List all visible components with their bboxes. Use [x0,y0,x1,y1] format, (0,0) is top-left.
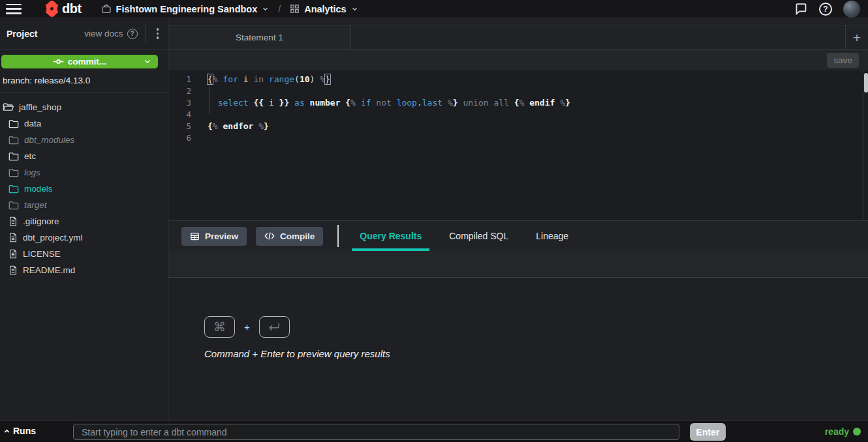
file-icon [8,216,18,226]
folder-icon [8,119,19,128]
results-tab-compiled-sql[interactable]: Compiled SQL [441,221,516,251]
kebab-menu-icon[interactable] [153,25,163,42]
status-bar: Runs Enter ready [0,420,868,442]
tree-item-data[interactable]: data [0,115,168,132]
view-docs-link[interactable]: view docs ? [84,29,137,39]
code-area[interactable]: {% for i in range(10) %} select {{ i }} … [202,70,868,220]
chevron-down-icon [262,5,269,12]
chat-icon[interactable] [794,2,808,16]
plus-separator: + [244,321,250,332]
new-tab-button[interactable]: + [845,25,868,49]
branch-label: branch: release/4.13.0 [0,68,168,85]
brand-name: dbt [62,1,82,16]
runs-toggle[interactable]: Runs [3,426,36,436]
hamburger-menu-icon[interactable] [6,4,22,14]
results-tabs: Query ResultsCompiled SQLLineage [352,221,588,251]
avatar[interactable] [843,1,860,18]
compile-button[interactable]: Compile [256,227,323,246]
file-icon [8,249,18,259]
breadcrumb-separator: / [278,4,281,14]
project-selector[interactable]: Analytics [290,4,358,14]
line-number-gutter: 123456 [168,70,202,220]
preview-button[interactable]: Preview [181,227,247,246]
folder-icon [8,136,19,145]
command-input[interactable] [73,424,679,440]
view-docs-label: view docs [84,29,123,38]
tree-item-label: .gitignore [23,216,59,226]
commit-label: commit... [68,57,106,66]
tree-item-label: etc [24,151,36,161]
code-icon [264,231,275,241]
project-name: Analytics [304,4,346,14]
file-icon [8,233,18,243]
main-panel: Statement 1 + save 123456 {% for i in ra… [168,18,868,420]
results-toolbar: Preview Compile Query ResultsCompiled SQ… [168,220,868,251]
help-circle-icon: ? [127,29,138,39]
tree-item-label: README.md [23,265,75,275]
tree-item-label: dbt_project.yml [23,233,83,243]
tree-item-target[interactable]: target [0,197,168,213]
tree-item-logs[interactable]: logs [0,164,168,181]
editor-tab-bar: Statement 1 + [168,18,868,50]
tree-item-models[interactable]: models [0,181,168,197]
line-number: 3 [168,97,191,109]
tree-item-label: LICENSE [23,249,61,259]
results-content: ⌘ + Command + Enter to preview query res… [168,278,868,420]
editor-scrollbar[interactable] [863,70,868,220]
git-commit-icon [53,57,64,66]
code-line-2 [208,85,868,97]
tree-item-dbt_project.yml[interactable]: dbt_project.yml [0,229,168,246]
preview-label: Preview [205,231,238,241]
save-button[interactable]: save [827,53,859,68]
compile-label: Compile [280,231,315,241]
results-tab-query-results[interactable]: Query Results [352,221,429,251]
editor-scrollbar-thumb[interactable] [864,73,868,93]
command-key-icon: ⌘ [204,316,235,338]
tree-item-jaffle_shop[interactable]: jaffle_shop [0,99,168,115]
folder-icon [8,201,19,210]
enter-key-icon [259,316,290,338]
code-line-5: {% endfor %} [208,121,868,132]
help-icon[interactable]: ? [819,3,832,16]
enter-button[interactable]: Enter [690,423,726,441]
line-number: 2 [168,85,191,97]
org-selector[interactable]: Fishtown Engineering Sandbox [101,4,270,14]
header-divider [146,24,146,44]
folder-icon [8,168,19,177]
grid-icon [290,4,300,14]
dbt-logo[interactable]: dbt [44,1,82,17]
tree-item-.gitignore[interactable]: .gitignore [0,213,168,229]
tree-item-etc[interactable]: etc [0,148,168,164]
code-line-1: {% for i in range(10) %} [208,74,868,85]
connection-status: ready [825,426,861,437]
status-label: ready [825,426,849,437]
briefcase-icon [101,4,112,14]
tree-item-label: logs [24,168,40,177]
folder-icon [8,152,19,161]
tree-item-label: models [24,184,53,194]
tree-item-LICENSE[interactable]: LICENSE [0,246,168,262]
table-icon [190,231,200,241]
line-number: 4 [168,109,191,121]
chevron-down-icon [144,57,151,67]
results-tab-lineage[interactable]: Lineage [528,221,576,251]
tab-statement-1[interactable]: Statement 1 [168,25,351,49]
tree-item-label: dbt_modules [24,135,74,145]
chevron-down-icon [351,5,358,12]
code-editor[interactable]: 123456 {% for i in range(10) %} select {… [168,70,868,220]
file-icon [8,265,18,275]
dbt-cloud-ide: dbt Fishtown Engineering Sandbox / Analy… [0,0,868,442]
tree-item-README.md[interactable]: README.md [0,262,168,278]
commit-button[interactable]: commit... [1,55,158,68]
sidebar: Project view docs ? commit... [0,18,168,420]
results-subheader [168,251,868,278]
shortcut-hint: Command + Enter to preview query results [204,348,868,359]
status-dot-icon [853,428,861,435]
shortcut-keys: ⌘ + [204,316,868,338]
folder-icon [8,184,19,194]
folder-open-icon [3,102,14,112]
line-number: 1 [168,74,191,85]
editor-toolbar: save [168,50,868,70]
tree-item-dbt_modules[interactable]: dbt_modules [0,132,168,148]
sidebar-header: Project view docs ? [0,18,168,50]
